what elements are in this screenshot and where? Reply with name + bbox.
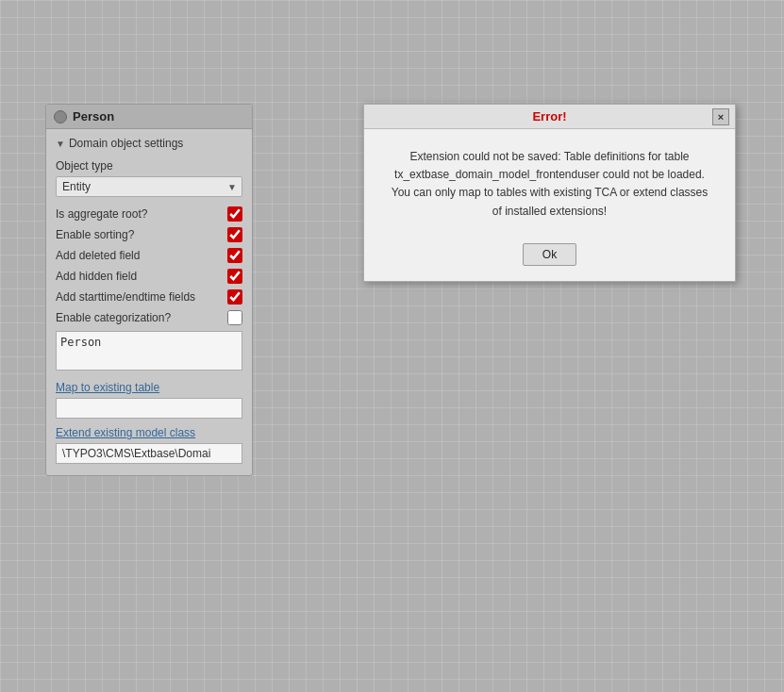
domain-object-panel: Person ▼ Domain object settings Object t… [45, 104, 253, 476]
checkbox-categorization-row: Enable categorization? [56, 310, 242, 325]
checkbox-startendtime-label: Add starttime/endtime fields [56, 290, 195, 304]
checkbox-deleted[interactable] [227, 248, 242, 263]
dialog-footer: Ok [364, 236, 735, 281]
extend-class-input[interactable] [56, 443, 242, 464]
checkbox-aggregate-root-label: Is aggregate root? [56, 207, 147, 221]
section-collapse-icon[interactable]: ▼ [56, 139, 65, 149]
dialog-close-button[interactable]: × [712, 108, 729, 125]
checkbox-aggregate-root[interactable] [227, 206, 242, 222]
checkbox-sorting-row: Enable sorting? [56, 227, 242, 242]
checkbox-categorization[interactable] [227, 310, 242, 325]
checkbox-startendtime[interactable] [227, 289, 242, 305]
person-textarea[interactable]: Person [56, 331, 242, 371]
map-table-label[interactable]: Map to existing table [56, 381, 242, 394]
section-label: Domain object settings [69, 137, 183, 150]
map-table-input[interactable] [56, 398, 242, 419]
dialog-titlebar: Error! × [364, 105, 735, 129]
panel-header: Person [46, 105, 252, 129]
dialog-message: Extension could not be saved: Table defi… [392, 150, 709, 218]
checkbox-sorting-label: Enable sorting? [56, 228, 134, 241]
panel-title: Person [73, 109, 114, 124]
checkbox-startendtime-row: Add starttime/endtime fields [56, 289, 242, 305]
checkbox-sorting[interactable] [227, 227, 242, 242]
extend-class-label[interactable]: Extend existing model class [56, 426, 242, 439]
object-type-label: Object type [56, 159, 242, 173]
checkbox-hidden-label: Add hidden field [56, 270, 137, 283]
ok-button[interactable]: Ok [523, 243, 576, 266]
panel-body: ▼ Domain object settings Object type Ent… [46, 129, 252, 475]
dialog-title: Error! [532, 109, 566, 124]
object-type-select[interactable]: Entity ValueObject Custom [56, 176, 242, 197]
checkbox-categorization-label: Enable categorization? [56, 311, 171, 324]
error-dialog: Error! × Extension could not be saved: T… [363, 104, 736, 282]
panel-indicator-icon [54, 110, 67, 124]
dialog-body: Extension could not be saved: Table defi… [364, 129, 735, 236]
checkbox-deleted-label: Add deleted field [56, 249, 140, 262]
checkbox-aggregate-root-row: Is aggregate root? [56, 206, 242, 222]
object-type-select-wrapper: Entity ValueObject Custom ▼ [56, 176, 242, 197]
section-header: ▼ Domain object settings [56, 137, 242, 150]
checkbox-deleted-row: Add deleted field [56, 248, 242, 263]
checkbox-hidden[interactable] [227, 269, 242, 284]
checkbox-hidden-row: Add hidden field [56, 269, 242, 284]
